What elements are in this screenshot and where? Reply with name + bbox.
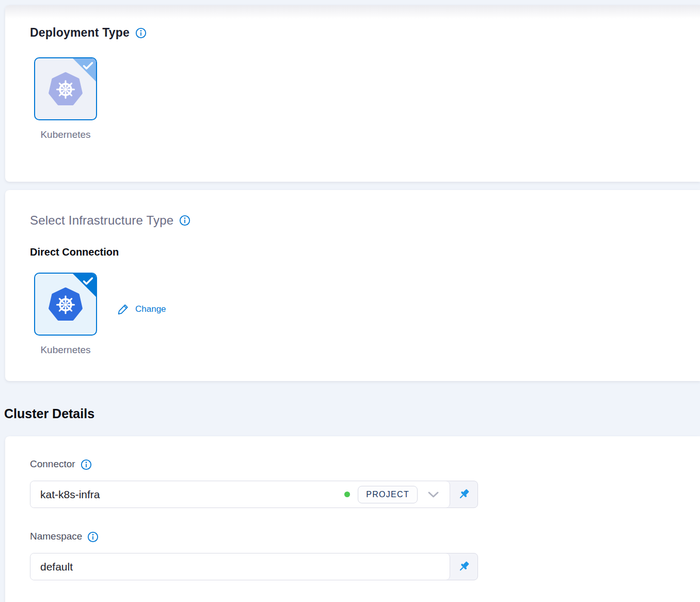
connector-status-dot — [344, 492, 350, 497]
change-button[interactable]: Change — [118, 303, 166, 315]
deployment-type-title: Deployment Type — [30, 5, 700, 40]
pin-icon — [457, 560, 471, 574]
connector-dropdown-toggle[interactable] — [425, 490, 441, 499]
check-icon — [83, 61, 93, 70]
infrastructure-type-card: Select Infrastructure Type Direct Connec… — [5, 190, 700, 381]
kubernetes-icon — [49, 72, 83, 106]
infrastructure-type-title: Select Infrastructure Type — [30, 190, 700, 228]
check-icon — [83, 277, 93, 286]
deployment-type-title-text: Deployment Type — [30, 26, 130, 40]
deployment-type-card: Deployment Type Kubernetes — [5, 5, 700, 182]
chevron-down-icon — [426, 490, 440, 499]
info-icon[interactable] — [135, 27, 147, 39]
connector-label-row: Connector — [30, 458, 700, 470]
namespace-input[interactable] — [40, 561, 441, 573]
infrastructure-option-kubernetes[interactable] — [34, 273, 97, 336]
deployment-type-option-kubernetes[interactable] — [34, 57, 97, 120]
connector-pin-button[interactable] — [450, 481, 478, 508]
scope-badge: PROJECT — [358, 486, 418, 503]
connector-label: Connector — [30, 458, 75, 470]
infrastructure-type-title-text: Select Infrastructure Type — [30, 213, 173, 228]
info-icon[interactable] — [179, 215, 190, 226]
connector-select[interactable]: kat-k8s-infra PROJECT — [30, 481, 450, 508]
pencil-icon — [118, 303, 130, 315]
cluster-details-card: Connector kat-k8s-infra PROJECT Namespac… — [5, 436, 700, 602]
cluster-details-title: Cluster Details — [4, 406, 94, 421]
namespace-label: Namespace — [30, 531, 82, 542]
deployment-type-option-label: Kubernetes — [34, 129, 97, 140]
kubernetes-icon — [49, 287, 83, 321]
namespace-field[interactable] — [30, 553, 478, 580]
info-icon[interactable] — [81, 459, 92, 470]
namespace-label-row: Namespace — [30, 531, 700, 542]
connector-field[interactable]: kat-k8s-infra PROJECT — [30, 481, 478, 508]
change-button-label: Change — [135, 304, 166, 314]
infrastructure-option-label: Kubernetes — [34, 344, 97, 356]
direct-connection-label: Direct Connection — [30, 246, 700, 258]
namespace-pin-button[interactable] — [450, 553, 478, 580]
pin-icon — [457, 487, 471, 501]
connector-value: kat-k8s-infra — [40, 488, 337, 501]
info-icon[interactable] — [87, 531, 99, 543]
